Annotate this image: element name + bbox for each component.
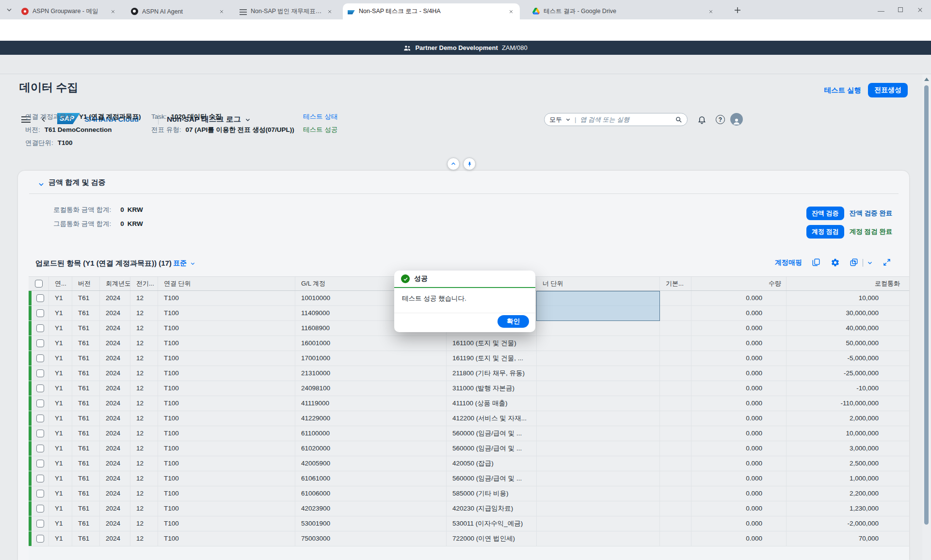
copy-icon[interactable] [812,258,821,267]
row-checkbox[interactable] [36,430,44,437]
cell-amount: -2,000,000 [786,516,909,531]
account-check-button[interactable]: 계정 점검 [806,225,844,239]
balance-check-button[interactable]: 잔액 검증 [806,207,844,220]
search-scope-selector[interactable]: 모두 [549,115,562,124]
cell-sel[interactable] [32,336,48,351]
cell-sel[interactable] [32,426,48,441]
help-icon[interactable] [716,115,725,125]
table-row[interactable]: Y1T61202412T10061020000560000 (임금/급여 및 .… [29,441,909,456]
tab-close-icon[interactable] [109,8,117,16]
settings-gear-icon[interactable] [831,258,840,267]
cell-sel[interactable] [32,396,48,411]
row-checkbox[interactable] [36,505,44,512]
account-mapping-button[interactable]: 계정매핑 [775,258,802,267]
maximize-button[interactable] [897,6,904,13]
new-tab-button[interactable] [733,6,742,15]
pin-header-button[interactable] [463,158,476,170]
tab-close-icon[interactable] [707,8,715,16]
cell-sel[interactable] [32,381,48,396]
row-checkbox[interactable] [36,460,44,467]
table-row[interactable]: Y1T61202412T10042005900420050 (잡급)0.0002… [29,456,909,471]
table-empty-row [29,546,909,560]
table-row[interactable]: Y1T61202412T10053001900530011 (이자수익_예금)0… [29,516,909,531]
chevron-down-icon[interactable] [867,260,873,266]
search-icon[interactable] [675,116,682,123]
select-all-checkbox[interactable] [35,280,43,288]
row-checkbox[interactable] [36,324,44,332]
table-row[interactable]: Y1T61202412T10061061000560000 (임금/급여 및 .… [29,471,909,486]
cell-sel[interactable] [32,531,48,546]
table-row[interactable]: Y1T61202412T10016001000161100 (토지 및 건물)0… [29,336,909,351]
scrollbar-thumb[interactable] [924,85,929,525]
table-row[interactable]: Y1T61202412T10041119000411100 (상품 매출)0.0… [29,396,909,411]
cell-sel[interactable] [32,351,48,366]
tab-search-chevron-icon[interactable] [6,6,16,14]
row-checkbox[interactable] [36,490,44,497]
row-checkbox[interactable] [36,535,44,543]
export-split-button[interactable] [850,258,873,267]
cell-sel[interactable] [32,441,48,456]
cell-sel[interactable] [32,366,48,381]
browser-tab[interactable]: ASPN Groupware - 메일 [16,3,122,19]
row-checkbox[interactable] [36,354,44,362]
cell-sel[interactable] [32,456,48,471]
cell-amount: 2,500,000 [786,456,909,471]
browser-tab[interactable]: ASPN AI Agent [126,3,230,19]
row-checkbox[interactable] [36,369,44,377]
cell-sel[interactable] [32,321,48,336]
table-row[interactable]: Y1T61202412T10075003000722000 (이연 법인세)0.… [29,531,909,546]
collapse-header-chevron-up-button[interactable] [447,158,460,170]
tab-close-icon[interactable] [218,8,225,16]
cell-sel[interactable] [32,306,48,320]
table-row[interactable]: Y1T61202412T10042023900420230 (지급임차료)0.0… [29,501,909,516]
cell-sel[interactable] [32,471,48,486]
row-checkbox[interactable] [36,294,44,302]
tab-close-icon[interactable] [326,8,334,16]
row-checkbox[interactable] [36,400,44,407]
row-checkbox[interactable] [36,520,44,528]
cell-year: 2024 [99,441,130,456]
row-checkbox[interactable] [36,415,44,422]
table-row[interactable]: Y1T61202412T10041229000412200 (서비스 및 자재.… [29,411,909,426]
export-icon[interactable] [850,258,859,267]
view-variant-selector[interactable]: 표준 [173,259,195,268]
user-avatar-icon[interactable] [730,113,743,126]
create-document-button[interactable]: 전표생성 [868,83,908,97]
browser-tab-active[interactable]: Non-SAP 테스크 로그 - S/4HA [343,3,520,19]
amount-currency: KRW [128,220,143,227]
cell-sel[interactable] [32,291,48,305]
cell-sel[interactable] [32,501,48,516]
test-status-link[interactable]: 테스트 상태 [303,110,337,123]
minimize-button[interactable] [878,8,884,12]
selected-cell-highlight[interactable] [536,291,660,321]
cell-sel[interactable] [32,411,48,426]
row-checkbox[interactable] [36,339,44,347]
row-checkbox[interactable] [36,384,44,392]
amount-value: 0 [120,206,124,213]
browser-tab[interactable]: 테스트 결과 - Google Drive [528,3,720,19]
cell-sel[interactable] [32,486,48,501]
cell-sel[interactable] [32,516,48,531]
tab-close-icon[interactable] [507,8,515,16]
table-row[interactable]: Y1T61202412T10017001000161190 (토지 및 건물, … [29,351,909,366]
vertical-scrollbar[interactable] [922,74,931,560]
notifications-bell-icon[interactable] [697,115,707,125]
test-run-button[interactable]: 테스트 실행 [824,86,861,95]
close-button[interactable] [916,6,923,13]
column-header-sel[interactable] [29,277,48,290]
table-row[interactable]: Y1T61202412T10024098100311000 (발행 자본금)0.… [29,381,909,396]
fullscreen-expand-icon[interactable] [883,258,892,267]
browser-tab[interactable]: Non-SAP 법인 재무제표 취합D [235,3,338,19]
section-collapse-chevron-icon[interactable] [38,181,45,188]
scroll-up-arrow-icon[interactable] [924,78,929,81]
row-checkbox[interactable] [36,309,44,317]
row-checkbox[interactable] [36,445,44,452]
table-row[interactable]: Y1T61202412T10021310000211800 (기타 채무, 유동… [29,366,909,381]
shell-search[interactable]: 모두 | 앱 검색 또는 실행 [544,113,688,126]
chevron-down-icon[interactable] [565,117,571,122]
row-checkbox[interactable] [36,475,44,482]
ok-button[interactable]: 확인 [498,315,529,328]
table-row[interactable]: Y1T61202412T10061100000560000 (임금/급여 및 .… [29,426,909,441]
cell-ver: T61 [72,441,99,456]
table-row[interactable]: Y1T61202412T10061006000585000 (기타 비용)0.0… [29,486,909,501]
